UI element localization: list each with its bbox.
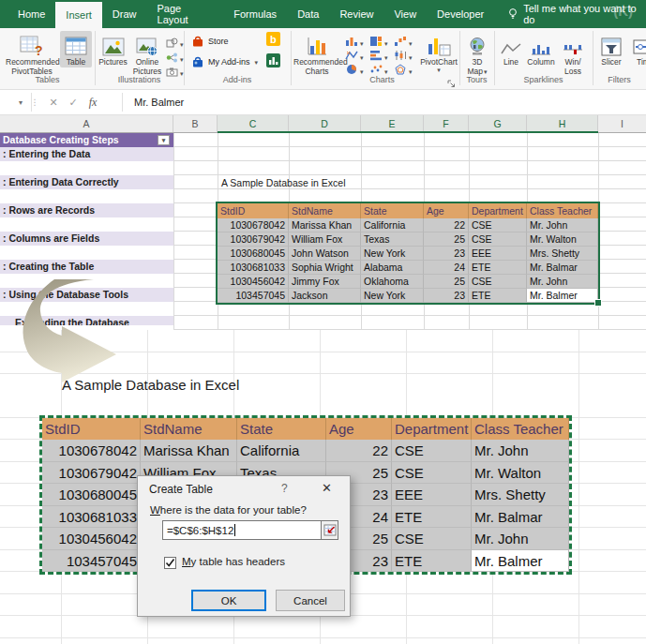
column-header-h[interactable]: H <box>527 115 598 132</box>
cell-state[interactable]: California <box>237 440 326 462</box>
header-age[interactable]: Age <box>424 203 469 218</box>
cell-class-teacher[interactable]: Mr. John <box>527 275 598 289</box>
cell-department[interactable]: CSE <box>392 462 472 485</box>
panel-header[interactable]: Database Creating Steps ▾ <box>0 133 173 147</box>
table-button[interactable]: Table <box>60 31 92 67</box>
cell-department[interactable]: ETE <box>392 506 472 529</box>
timeline-button[interactable]: Tim <box>629 31 646 67</box>
cell-department[interactable]: CSE <box>392 440 472 462</box>
cell-class-teacher[interactable]: Mr. Balmar <box>472 506 569 529</box>
panel-item[interactable]: : Creating the Table <box>0 260 173 274</box>
tab-page-layout[interactable]: Page Layout <box>147 0 224 28</box>
panel-item[interactable]: : Entering the Data <box>0 147 173 161</box>
cell-stdid[interactable]: 1030680045 <box>42 484 141 506</box>
column-header-e[interactable]: E <box>361 115 424 132</box>
cell-department[interactable]: ETE <box>469 289 527 303</box>
cell-stdid[interactable]: 1030679042 <box>42 462 141 485</box>
filter-dropdown-icon[interactable]: ▾ <box>158 135 170 145</box>
store-button[interactable]: Store <box>191 35 229 48</box>
cell-state[interactable]: Oklahoma <box>361 275 424 289</box>
tab-home[interactable]: Home <box>8 0 55 28</box>
online-pictures-button[interactable]: Online Pictures <box>130 31 164 76</box>
column-header-g[interactable]: G <box>469 115 527 132</box>
cell-age[interactable]: 24 <box>424 261 469 275</box>
cell-state[interactable]: California <box>361 218 424 232</box>
cell-age[interactable]: 22 <box>424 218 469 232</box>
slicer-button[interactable]: Slicer <box>596 31 626 67</box>
column-header-c[interactable]: C <box>218 115 289 132</box>
cell-stdid[interactable]: 1030456042 <box>42 528 141 550</box>
column-header-a[interactable]: A <box>0 115 173 132</box>
cell-age[interactable]: 25 <box>424 275 469 289</box>
header-state[interactable]: State <box>361 203 424 218</box>
cell-stdname[interactable]: John Watson <box>289 247 361 261</box>
cell-class-teacher[interactable]: Mr. Walton <box>472 462 569 485</box>
ok-button[interactable]: OK <box>191 590 266 611</box>
cell-stdname[interactable]: Jackson <box>289 289 361 303</box>
header-class-teacher[interactable]: Class Teacher <box>472 418 569 440</box>
cell-state[interactable]: Alabama <box>361 261 424 275</box>
tab-review[interactable]: Review <box>329 0 383 28</box>
header-department[interactable]: Department <box>392 418 472 440</box>
cell-stdid[interactable]: 1030678042 <box>218 218 289 232</box>
cell-class-teacher[interactable]: Mr. John <box>472 528 569 550</box>
insert-function-button[interactable]: fx <box>84 90 101 114</box>
table-range-input[interactable]: =$C$6:$H$12 <box>162 520 322 540</box>
tab-insert[interactable]: Insert <box>55 2 102 28</box>
cell-department[interactable]: ETE <box>392 550 472 573</box>
tab-formulas[interactable]: Formulas <box>223 0 287 28</box>
header-department[interactable]: Department <box>469 203 527 218</box>
column-header-d[interactable]: D <box>289 115 361 132</box>
cell-department[interactable]: CSE <box>469 275 527 289</box>
confirm-entry-button[interactable]: ✓ <box>65 90 82 114</box>
name-box-dropdown[interactable]: ▾ <box>13 90 28 114</box>
cell-age[interactable]: 23 <box>424 247 469 261</box>
cell-stdid[interactable]: 1030679042 <box>218 232 289 247</box>
people-graph-button[interactable] <box>266 53 280 71</box>
column-header-f[interactable]: F <box>424 115 469 132</box>
close-icon[interactable]: ✕ <box>322 481 332 495</box>
cell-department[interactable]: EEE <box>469 247 527 261</box>
cell-class-teacher[interactable]: Mrs. Shetty <box>472 484 569 506</box>
tab-developer[interactable]: Developer <box>427 0 494 28</box>
fill-handle[interactable] <box>594 299 602 307</box>
cell-department[interactable]: ETE <box>469 261 527 275</box>
cell-stdname[interactable]: Marissa Khan <box>289 218 361 232</box>
3d-map-button[interactable]: 3D Map <box>462 31 492 76</box>
header-age[interactable]: Age <box>326 418 392 440</box>
cell-department[interactable]: CSE <box>469 218 527 232</box>
cell-department[interactable]: CSE <box>469 232 527 247</box>
tab-draw[interactable]: Draw <box>102 0 147 28</box>
cell-state[interactable]: New York <box>361 289 424 303</box>
cell-stdname[interactable]: Sophia Wright <box>289 261 361 275</box>
panel-item[interactable]: : Rows are Records <box>0 203 173 217</box>
tab-data[interactable]: Data <box>287 0 329 28</box>
tab-view[interactable]: View <box>383 0 427 28</box>
header-class-teacher[interactable]: Class Teacher <box>527 203 598 218</box>
column-header-i[interactable]: I <box>598 115 646 132</box>
help-icon[interactable]: ? <box>281 482 288 495</box>
cell-stdid[interactable]: 1030678042 <box>42 440 141 462</box>
cell-class-teacher[interactable]: Mr. Balmer <box>472 550 569 573</box>
formula-bar-value[interactable]: Mr. Balmer <box>134 90 184 114</box>
cell-stdid[interactable]: 103457045 <box>42 550 141 573</box>
cell-stdid[interactable]: 1030681033 <box>218 261 289 275</box>
cell-department[interactable]: CSE <box>392 528 472 550</box>
cancel-entry-button[interactable]: ✕ <box>45 90 62 114</box>
cell-state[interactable]: New York <box>361 247 424 261</box>
sheet-title-upper[interactable]: A Sample Database in Excel <box>221 176 346 190</box>
panel-item[interactable]: : Columns are Fields <box>0 232 173 246</box>
recommended-charts-button[interactable]: Recommended Charts <box>293 31 340 76</box>
recommended-pivottables-button[interactable]: ? Recommended PivotTables <box>6 31 58 76</box>
cell-stdid[interactable]: 1030681033 <box>42 506 141 529</box>
sparkline-line-button[interactable]: Line <box>498 31 524 67</box>
cancel-button[interactable]: Cancel <box>276 590 345 611</box>
cell-age[interactable]: 22 <box>326 440 392 462</box>
header-stdname[interactable]: StdName <box>141 418 237 440</box>
my-addins-button[interactable]: My Add-ins <box>191 55 258 68</box>
pictures-button[interactable]: Pictures <box>98 31 128 67</box>
cell-age[interactable]: 23 <box>424 289 469 303</box>
cell-stdname[interactable]: Jimmy Fox <box>289 275 361 289</box>
header-stdname[interactable]: StdName <box>289 203 361 218</box>
sparkline-winloss-button[interactable]: Win/ Loss <box>559 31 587 76</box>
